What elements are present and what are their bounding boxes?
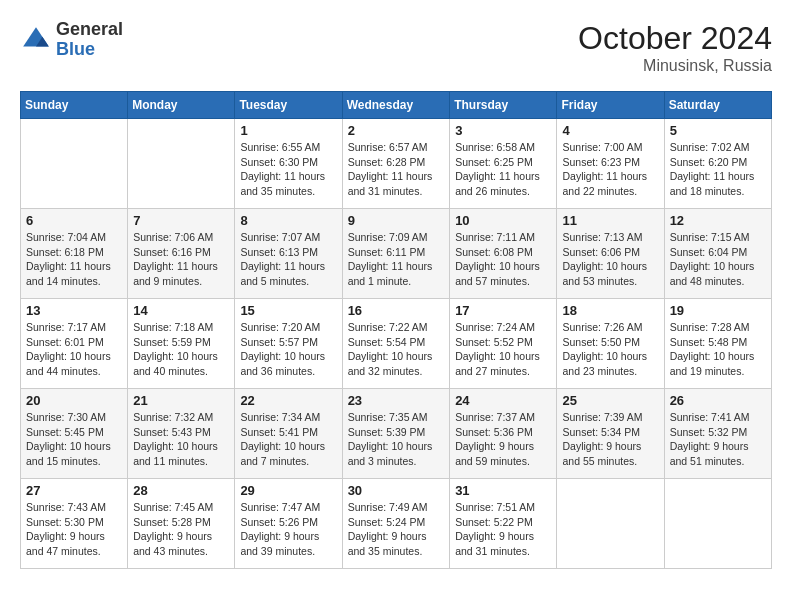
day-number: 2 <box>348 123 445 138</box>
calendar-cell: 31Sunrise: 7:51 AM Sunset: 5:22 PM Dayli… <box>450 479 557 569</box>
title-block: October 2024 Minusinsk, Russia <box>578 20 772 75</box>
calendar-cell <box>557 479 664 569</box>
day-number: 31 <box>455 483 551 498</box>
day-info: Sunrise: 7:51 AM Sunset: 5:22 PM Dayligh… <box>455 500 551 559</box>
day-number: 14 <box>133 303 229 318</box>
day-number: 25 <box>562 393 658 408</box>
day-info: Sunrise: 7:07 AM Sunset: 6:13 PM Dayligh… <box>240 230 336 289</box>
day-number: 29 <box>240 483 336 498</box>
calendar-cell: 11Sunrise: 7:13 AM Sunset: 6:06 PM Dayli… <box>557 209 664 299</box>
day-info: Sunrise: 7:39 AM Sunset: 5:34 PM Dayligh… <box>562 410 658 469</box>
day-info: Sunrise: 7:37 AM Sunset: 5:36 PM Dayligh… <box>455 410 551 469</box>
logo-text: General Blue <box>56 20 123 60</box>
day-info: Sunrise: 7:06 AM Sunset: 6:16 PM Dayligh… <box>133 230 229 289</box>
calendar-cell: 12Sunrise: 7:15 AM Sunset: 6:04 PM Dayli… <box>664 209 771 299</box>
month-title: October 2024 <box>578 20 772 57</box>
day-number: 5 <box>670 123 766 138</box>
day-info: Sunrise: 7:04 AM Sunset: 6:18 PM Dayligh… <box>26 230 122 289</box>
day-number: 3 <box>455 123 551 138</box>
day-info: Sunrise: 7:41 AM Sunset: 5:32 PM Dayligh… <box>670 410 766 469</box>
calendar-cell: 29Sunrise: 7:47 AM Sunset: 5:26 PM Dayli… <box>235 479 342 569</box>
day-number: 27 <box>26 483 122 498</box>
calendar-cell: 10Sunrise: 7:11 AM Sunset: 6:08 PM Dayli… <box>450 209 557 299</box>
logo: General Blue <box>20 20 123 60</box>
calendar-cell: 16Sunrise: 7:22 AM Sunset: 5:54 PM Dayli… <box>342 299 450 389</box>
day-header-saturday: Saturday <box>664 92 771 119</box>
calendar-week-3: 13Sunrise: 7:17 AM Sunset: 6:01 PM Dayli… <box>21 299 772 389</box>
day-info: Sunrise: 7:43 AM Sunset: 5:30 PM Dayligh… <box>26 500 122 559</box>
logo-blue: Blue <box>56 40 123 60</box>
calendar-week-2: 6Sunrise: 7:04 AM Sunset: 6:18 PM Daylig… <box>21 209 772 299</box>
day-number: 12 <box>670 213 766 228</box>
day-info: Sunrise: 7:34 AM Sunset: 5:41 PM Dayligh… <box>240 410 336 469</box>
calendar-cell: 25Sunrise: 7:39 AM Sunset: 5:34 PM Dayli… <box>557 389 664 479</box>
day-info: Sunrise: 7:17 AM Sunset: 6:01 PM Dayligh… <box>26 320 122 379</box>
calendar-cell: 5Sunrise: 7:02 AM Sunset: 6:20 PM Daylig… <box>664 119 771 209</box>
day-number: 4 <box>562 123 658 138</box>
day-number: 21 <box>133 393 229 408</box>
day-number: 13 <box>26 303 122 318</box>
day-info: Sunrise: 7:22 AM Sunset: 5:54 PM Dayligh… <box>348 320 445 379</box>
calendar-cell: 20Sunrise: 7:30 AM Sunset: 5:45 PM Dayli… <box>21 389 128 479</box>
calendar-cell: 21Sunrise: 7:32 AM Sunset: 5:43 PM Dayli… <box>128 389 235 479</box>
day-info: Sunrise: 7:35 AM Sunset: 5:39 PM Dayligh… <box>348 410 445 469</box>
day-number: 19 <box>670 303 766 318</box>
calendar-table: SundayMondayTuesdayWednesdayThursdayFrid… <box>20 91 772 569</box>
day-info: Sunrise: 7:32 AM Sunset: 5:43 PM Dayligh… <box>133 410 229 469</box>
day-info: Sunrise: 7:24 AM Sunset: 5:52 PM Dayligh… <box>455 320 551 379</box>
day-info: Sunrise: 7:00 AM Sunset: 6:23 PM Dayligh… <box>562 140 658 199</box>
calendar-cell: 4Sunrise: 7:00 AM Sunset: 6:23 PM Daylig… <box>557 119 664 209</box>
day-header-sunday: Sunday <box>21 92 128 119</box>
day-info: Sunrise: 7:13 AM Sunset: 6:06 PM Dayligh… <box>562 230 658 289</box>
day-number: 1 <box>240 123 336 138</box>
day-info: Sunrise: 7:45 AM Sunset: 5:28 PM Dayligh… <box>133 500 229 559</box>
day-info: Sunrise: 7:18 AM Sunset: 5:59 PM Dayligh… <box>133 320 229 379</box>
day-info: Sunrise: 7:20 AM Sunset: 5:57 PM Dayligh… <box>240 320 336 379</box>
calendar-cell: 30Sunrise: 7:49 AM Sunset: 5:24 PM Dayli… <box>342 479 450 569</box>
calendar-cell: 13Sunrise: 7:17 AM Sunset: 6:01 PM Dayli… <box>21 299 128 389</box>
day-info: Sunrise: 7:26 AM Sunset: 5:50 PM Dayligh… <box>562 320 658 379</box>
day-number: 24 <box>455 393 551 408</box>
day-header-wednesday: Wednesday <box>342 92 450 119</box>
location: Minusinsk, Russia <box>578 57 772 75</box>
calendar-cell: 26Sunrise: 7:41 AM Sunset: 5:32 PM Dayli… <box>664 389 771 479</box>
page-header: General Blue October 2024 Minusinsk, Rus… <box>20 20 772 75</box>
day-info: Sunrise: 7:11 AM Sunset: 6:08 PM Dayligh… <box>455 230 551 289</box>
calendar-cell: 24Sunrise: 7:37 AM Sunset: 5:36 PM Dayli… <box>450 389 557 479</box>
calendar-cell: 14Sunrise: 7:18 AM Sunset: 5:59 PM Dayli… <box>128 299 235 389</box>
calendar-cell: 15Sunrise: 7:20 AM Sunset: 5:57 PM Dayli… <box>235 299 342 389</box>
day-number: 9 <box>348 213 445 228</box>
calendar-cell: 3Sunrise: 6:58 AM Sunset: 6:25 PM Daylig… <box>450 119 557 209</box>
day-number: 28 <box>133 483 229 498</box>
day-info: Sunrise: 7:47 AM Sunset: 5:26 PM Dayligh… <box>240 500 336 559</box>
calendar-cell: 27Sunrise: 7:43 AM Sunset: 5:30 PM Dayli… <box>21 479 128 569</box>
day-info: Sunrise: 7:30 AM Sunset: 5:45 PM Dayligh… <box>26 410 122 469</box>
day-number: 26 <box>670 393 766 408</box>
day-number: 18 <box>562 303 658 318</box>
day-header-monday: Monday <box>128 92 235 119</box>
day-info: Sunrise: 6:58 AM Sunset: 6:25 PM Dayligh… <box>455 140 551 199</box>
day-number: 10 <box>455 213 551 228</box>
calendar-cell: 9Sunrise: 7:09 AM Sunset: 6:11 PM Daylig… <box>342 209 450 299</box>
calendar-week-1: 1Sunrise: 6:55 AM Sunset: 6:30 PM Daylig… <box>21 119 772 209</box>
day-number: 7 <box>133 213 229 228</box>
logo-icon <box>20 24 52 56</box>
day-number: 6 <box>26 213 122 228</box>
day-number: 17 <box>455 303 551 318</box>
day-number: 22 <box>240 393 336 408</box>
calendar-week-4: 20Sunrise: 7:30 AM Sunset: 5:45 PM Dayli… <box>21 389 772 479</box>
day-number: 16 <box>348 303 445 318</box>
day-number: 23 <box>348 393 445 408</box>
calendar-week-5: 27Sunrise: 7:43 AM Sunset: 5:30 PM Dayli… <box>21 479 772 569</box>
calendar-cell: 1Sunrise: 6:55 AM Sunset: 6:30 PM Daylig… <box>235 119 342 209</box>
day-number: 15 <box>240 303 336 318</box>
calendar-cell <box>664 479 771 569</box>
logo-general: General <box>56 20 123 40</box>
calendar-header-row: SundayMondayTuesdayWednesdayThursdayFrid… <box>21 92 772 119</box>
calendar-cell <box>21 119 128 209</box>
calendar-cell: 19Sunrise: 7:28 AM Sunset: 5:48 PM Dayli… <box>664 299 771 389</box>
calendar-cell: 7Sunrise: 7:06 AM Sunset: 6:16 PM Daylig… <box>128 209 235 299</box>
day-info: Sunrise: 7:02 AM Sunset: 6:20 PM Dayligh… <box>670 140 766 199</box>
calendar-cell <box>128 119 235 209</box>
day-header-friday: Friday <box>557 92 664 119</box>
